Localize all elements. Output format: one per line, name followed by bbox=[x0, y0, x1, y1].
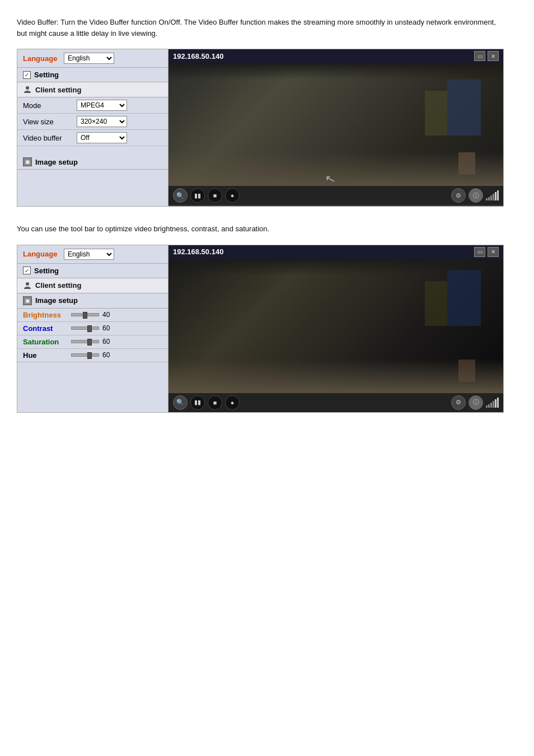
spacer-1 bbox=[17, 146, 168, 155]
signal-bar-2-6 bbox=[497, 398, 499, 408]
camera-toolbar-2: 🔍 ▮▮ ■ ● ⚙ ⓘ bbox=[168, 393, 503, 412]
signal-bar-6 bbox=[497, 190, 499, 200]
contrast-thumb[interactable] bbox=[87, 325, 92, 332]
client-setting-label-2: Client setting bbox=[35, 281, 81, 290]
signal-bar-2-3 bbox=[490, 403, 492, 408]
contrast-slider[interactable] bbox=[71, 326, 99, 330]
cam-object-display-1 bbox=[425, 91, 447, 136]
saturation-row: Saturation 60 bbox=[17, 335, 168, 349]
toolbar-left-2: 🔍 ▮▮ ■ ● bbox=[173, 395, 240, 410]
viewsize-label-1: View size bbox=[23, 118, 73, 126]
viewsize-select-1[interactable]: 320×240 640×480 bbox=[77, 116, 127, 127]
signal-bar-5 bbox=[495, 192, 496, 200]
mode-label-1: Mode bbox=[23, 101, 73, 110]
tool-btn-info-2[interactable]: ⓘ bbox=[469, 395, 483, 410]
tool-btn-settings-1[interactable]: ⚙ bbox=[451, 188, 466, 203]
tool-btn-record-1[interactable]: ● bbox=[225, 188, 240, 203]
camera-view-1: 192.168.50.140 ▭ ✕ ↖ 🔍 ▮▮ ■ ● bbox=[168, 49, 503, 206]
ui-panel-1: Language English French German ✓ Setting… bbox=[17, 49, 504, 207]
tool-btn-settings-2[interactable]: ⚙ bbox=[451, 395, 466, 410]
language-select-2[interactable]: English French bbox=[64, 249, 114, 260]
cam-btn-close-2[interactable]: ✕ bbox=[488, 247, 499, 257]
signal-bars-2 bbox=[486, 398, 499, 408]
svg-point-1 bbox=[26, 282, 29, 286]
description-paragraph-2: You can use the tool bar to optimize vid… bbox=[17, 223, 504, 235]
contrast-value: 60 bbox=[102, 324, 116, 332]
mode-select-1[interactable]: MPEG4 MJPEG bbox=[77, 100, 127, 111]
client-setting-menu-item-2[interactable]: Client setting bbox=[17, 278, 168, 293]
hue-thumb[interactable] bbox=[87, 352, 92, 359]
language-select-1[interactable]: English French German bbox=[64, 53, 114, 64]
cam-object-bookshelf-1 bbox=[447, 80, 481, 136]
signal-bar-4 bbox=[493, 194, 494, 200]
bottom-spacer-1 bbox=[17, 170, 168, 186]
camera-toolbar-1: 🔍 ▮▮ ■ ● ⚙ ⓘ bbox=[168, 186, 503, 205]
brightness-thumb[interactable] bbox=[83, 312, 87, 319]
viewsize-row-1: View size 320×240 640×480 bbox=[17, 114, 168, 130]
ui-panel-2: Language English French ✓ Setting Client… bbox=[17, 245, 504, 413]
image-setup-label-1: Image setup bbox=[35, 158, 78, 166]
signal-bars-1 bbox=[486, 190, 499, 200]
tool-btn-pause-1[interactable]: ▮▮ bbox=[190, 188, 205, 203]
setting-label-1: Setting bbox=[34, 71, 59, 79]
camera-feed-1 bbox=[168, 63, 503, 186]
tool-btn-stop-2[interactable]: ■ bbox=[208, 395, 222, 410]
language-row-1: Language English French German bbox=[17, 49, 168, 68]
cam-btn-fullscreen-2[interactable]: ▭ bbox=[474, 247, 485, 257]
person-icon-1 bbox=[23, 85, 32, 94]
image-setup-menu-item-2[interactable]: ▣ Image setup bbox=[17, 293, 168, 309]
toolbar-left-1: 🔍 ▮▮ ■ ● bbox=[173, 188, 240, 203]
saturation-thumb[interactable] bbox=[87, 339, 92, 346]
image-setup-label-2: Image setup bbox=[35, 296, 78, 305]
hue-row: Hue 60 bbox=[17, 349, 168, 362]
client-setting-menu-item-1[interactable]: Client setting bbox=[17, 82, 168, 97]
signal-bar-2-4 bbox=[493, 401, 494, 408]
cam-object-bookshelf-2 bbox=[447, 270, 481, 326]
cam-object-display-2 bbox=[425, 281, 447, 326]
tool-btn-search-1[interactable]: 🔍 bbox=[173, 188, 188, 203]
language-label-2: Language bbox=[23, 250, 59, 258]
left-panel-2: Language English French ✓ Setting Client… bbox=[17, 245, 168, 412]
image-setup-icon-1: ▣ bbox=[23, 157, 32, 166]
cam-btn-close-1[interactable]: ✕ bbox=[488, 51, 499, 61]
person-icon-2 bbox=[23, 281, 32, 290]
mode-row-1: Mode MPEG4 MJPEG bbox=[17, 97, 168, 114]
camera-feed-2 bbox=[168, 259, 503, 393]
hue-value: 60 bbox=[102, 351, 116, 359]
left-panel-1: Language English French German ✓ Setting… bbox=[17, 49, 168, 206]
language-row-2: Language English French bbox=[17, 245, 168, 264]
hue-slider[interactable] bbox=[71, 353, 99, 357]
camera-panel-2: 192.168.50.140 ▭ ✕ 🔍 ▮▮ ■ ● bbox=[168, 245, 503, 412]
tool-btn-info-1[interactable]: ⓘ bbox=[469, 188, 483, 203]
tool-btn-record-2[interactable]: ● bbox=[225, 395, 240, 410]
image-setup-icon-2: ▣ bbox=[23, 296, 32, 305]
image-setup-menu-item-1[interactable]: ▣ Image setup bbox=[17, 155, 168, 170]
saturation-slider[interactable] bbox=[71, 340, 99, 343]
setting-menu-item-1[interactable]: ✓ Setting bbox=[17, 68, 168, 82]
camera-top-controls-1: ▭ ✕ bbox=[474, 51, 499, 61]
setting-checkbox-2[interactable]: ✓ bbox=[23, 267, 31, 274]
brightness-value: 40 bbox=[102, 311, 116, 319]
toolbar-right-1: ⚙ ⓘ bbox=[451, 188, 499, 203]
signal-bar-2-5 bbox=[495, 399, 496, 408]
signal-bar-2-1 bbox=[486, 405, 488, 408]
tool-btn-pause-2[interactable]: ▮▮ bbox=[190, 395, 205, 410]
description-paragraph-1: Video Buffer: Turn the Video Buffer func… bbox=[17, 17, 504, 39]
saturation-label: Saturation bbox=[23, 338, 68, 346]
brightness-slider[interactable] bbox=[71, 313, 99, 316]
brightness-row: Brightness 40 bbox=[17, 309, 168, 322]
camera-header-1: 192.168.50.140 ▭ ✕ bbox=[168, 49, 503, 63]
tool-btn-stop-1[interactable]: ■ bbox=[208, 188, 222, 203]
videobuffer-select-1[interactable]: Off On bbox=[77, 132, 127, 143]
camera-panel-1: 192.168.50.140 ▭ ✕ ↖ 🔍 ▮▮ ■ ● bbox=[168, 49, 503, 206]
setting-checkbox-1[interactable]: ✓ bbox=[23, 71, 31, 79]
contrast-label: Contrast bbox=[23, 324, 68, 333]
signal-bar-1 bbox=[486, 198, 488, 200]
brightness-label: Brightness bbox=[23, 311, 68, 319]
setting-menu-item-2[interactable]: ✓ Setting bbox=[17, 264, 168, 278]
cam-ceiling-1 bbox=[168, 63, 503, 80]
tool-btn-search-2[interactable]: 🔍 bbox=[173, 395, 188, 410]
cam-btn-fullscreen-1[interactable]: ▭ bbox=[474, 51, 485, 61]
signal-bar-2-2 bbox=[488, 404, 490, 408]
videobuffer-label-1: Video buffer bbox=[23, 134, 73, 142]
